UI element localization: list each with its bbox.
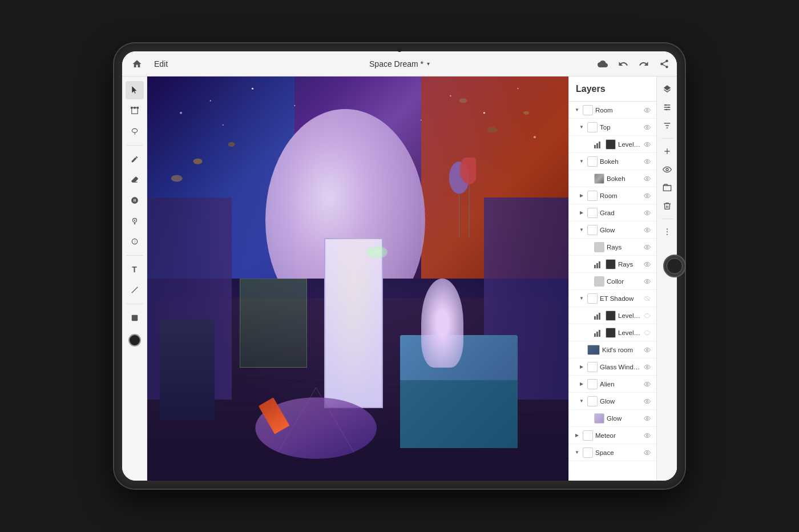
text-tool-button[interactable]: T: [126, 260, 144, 279]
right-icon-sep2: [661, 219, 673, 219]
color-swatch[interactable]: [128, 334, 141, 346]
cloud-icon[interactable]: [597, 58, 608, 70]
more-options-button[interactable]: [659, 224, 675, 240]
layer-levels-521[interactable]: ▶ Levels 521: [569, 307, 656, 324]
dodge-tool-button[interactable]: [126, 232, 144, 251]
undo-icon[interactable]: [618, 58, 629, 70]
layer-glow-group2[interactable]: ▼ Glow: [569, 393, 656, 410]
layer-eye-glow[interactable]: [643, 414, 652, 423]
tablet-physical-home-button[interactable]: [663, 255, 686, 277]
layers-panel-button[interactable]: [659, 81, 675, 97]
delete-button[interactable]: [659, 198, 675, 214]
layer-glass-window[interactable]: ▶ Glass Window: [569, 358, 656, 376]
layer-expand-top[interactable]: ▼: [578, 124, 585, 131]
layer-eye-space[interactable]: [643, 448, 652, 457]
layer-levels-640[interactable]: ▶ Levels 640: [569, 136, 656, 153]
layer-eye-levels640[interactable]: [643, 140, 652, 149]
layer-eye-bokeh-group[interactable]: [643, 157, 652, 166]
layer-expand-space[interactable]: ▼: [574, 449, 580, 456]
layer-bokeh-group[interactable]: ▼ Bokeh: [569, 153, 656, 170]
layer-room[interactable]: ▼ Room: [569, 102, 656, 119]
layer-room-inner[interactable]: ▶ Room: [569, 187, 656, 204]
layer-expand-room-inner[interactable]: ▶: [578, 192, 585, 199]
filters-panel-button[interactable]: [659, 118, 675, 134]
svg-point-66: [666, 168, 668, 171]
layer-eye-rays2[interactable]: [643, 260, 652, 269]
layer-expand-alien[interactable]: ▶: [578, 381, 585, 388]
layer-expand-glass-window[interactable]: ▶: [578, 364, 585, 370]
layer-thumb-glow-group: [587, 225, 598, 235]
layer-eye-meteor[interactable]: [643, 431, 652, 440]
layer-collor[interactable]: ▶ Collor: [569, 273, 656, 290]
export-icon[interactable]: [659, 58, 670, 70]
layer-expand-grad[interactable]: ▶: [578, 209, 585, 216]
layers-list[interactable]: ▼ Room ▼ Top: [569, 102, 656, 481]
layer-name-room: Room: [595, 107, 640, 114]
layer-kids-room[interactable]: ▶ Kid's room: [569, 341, 656, 358]
line-tool-button[interactable]: [126, 281, 144, 299]
redo-icon[interactable]: [638, 58, 649, 70]
group-button[interactable]: [659, 180, 675, 196]
visibility-button[interactable]: [659, 162, 675, 178]
transform-tool-button[interactable]: [126, 102, 144, 120]
heal-tool-button[interactable]: [126, 191, 144, 209]
layer-eye-levels521[interactable]: [643, 311, 652, 320]
layer-eye-rays1[interactable]: [643, 243, 652, 252]
svg-point-49: [647, 366, 648, 368]
layer-glow[interactable]: ▶ Glow: [569, 410, 656, 427]
layer-eye-glow-group2[interactable]: [643, 397, 652, 406]
layer-name-room-inner: Room: [600, 192, 640, 199]
eraser-tool-button[interactable]: [126, 171, 144, 189]
stamp-tool-button[interactable]: [126, 212, 144, 230]
layer-eye-grad[interactable]: [643, 208, 652, 217]
layer-expand-glow-group[interactable]: ▼: [578, 227, 585, 233]
layer-rays-2[interactable]: ▶ Rays: [569, 256, 656, 273]
adjustments-panel-button[interactable]: [659, 99, 675, 115]
layer-expand-room[interactable]: ▼: [574, 107, 580, 114]
layer-rays-1[interactable]: ▶ Rays: [569, 239, 656, 256]
layer-bokeh[interactable]: ▶ Bokeh: [569, 170, 656, 187]
canvas-area[interactable]: [147, 76, 568, 481]
brush-tool-button[interactable]: [126, 150, 144, 168]
layer-eye-room[interactable]: [643, 106, 652, 115]
layer-expand-et-shadow[interactable]: ▼: [578, 295, 585, 302]
lasso-tool-button[interactable]: [126, 122, 144, 140]
layer-expand-bokeh-group[interactable]: ▼: [578, 158, 585, 165]
layer-levels-5b[interactable]: ▶ Levels 5...: [569, 324, 656, 341]
layer-eye-bokeh[interactable]: [643, 174, 652, 183]
layer-eye-collor[interactable]: [643, 277, 652, 286]
layer-eye-levels5b[interactable]: [643, 328, 652, 337]
layer-grad[interactable]: ▶ Grad: [569, 204, 656, 221]
layer-glow-group[interactable]: ▼ Glow: [569, 221, 656, 239]
svg-point-10: [294, 105, 295, 106]
layer-eye-room-inner[interactable]: [643, 191, 652, 200]
edit-menu[interactable]: Edit: [154, 59, 168, 68]
layer-eye-glass-window[interactable]: [643, 362, 652, 372]
title-chevron-icon[interactable]: ▾: [427, 61, 430, 67]
svg-point-11: [223, 124, 224, 126]
layer-eye-top[interactable]: [643, 123, 652, 132]
layer-thumb-meteor: [583, 430, 593, 441]
svg-point-39: [647, 160, 648, 162]
layer-eye-kids-room[interactable]: [643, 345, 652, 354]
add-layer-button[interactable]: [659, 143, 675, 159]
layer-alien[interactable]: ▶ Alien: [569, 376, 656, 393]
layer-meteor[interactable]: ▶ Meteor: [569, 427, 656, 444]
select-tool-button[interactable]: [126, 81, 144, 99]
layer-eye-glow-group[interactable]: [643, 225, 652, 235]
scene-dresser: [160, 319, 215, 420]
balloons-svg: [442, 158, 476, 239]
svg-point-23: [523, 111, 529, 115]
home-button[interactable]: [129, 56, 145, 72]
layer-expand-meteor[interactable]: ▶: [574, 432, 580, 439]
layer-top[interactable]: ▼ Top: [569, 119, 656, 136]
layer-expand-glow-group2[interactable]: ▼: [578, 398, 585, 405]
svg-point-19: [228, 142, 235, 147]
scene-window: [240, 279, 307, 368]
layer-et-shadow[interactable]: ▼ ET Shadow: [569, 290, 656, 307]
layer-space[interactable]: ▼ Space: [569, 444, 656, 461]
photo-tool-button[interactable]: [126, 309, 144, 327]
layer-eye-et-shadow[interactable]: [643, 294, 652, 303]
layer-eye-alien[interactable]: [643, 380, 652, 389]
document-title[interactable]: Space Dream *: [369, 59, 423, 68]
